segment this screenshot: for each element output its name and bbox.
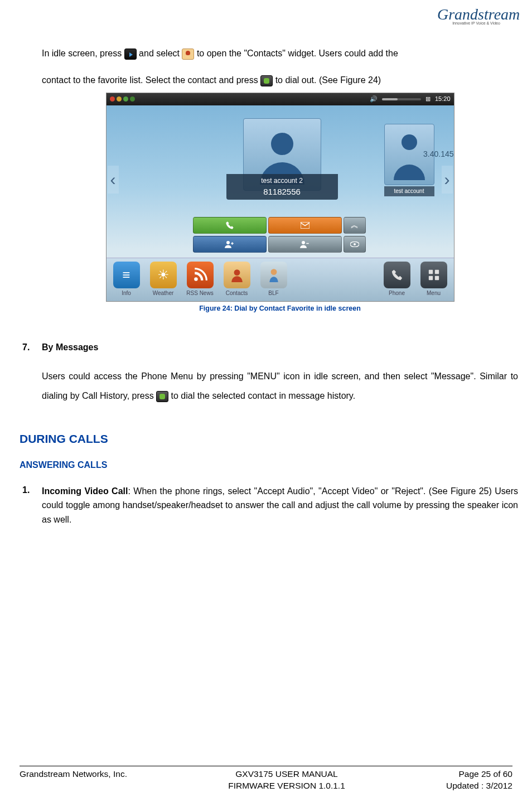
svg-rect-11 <box>434 276 438 280</box>
dock-right: Phone Menu <box>380 262 451 297</box>
list-para: Users could access the Phone Menu by pre… <box>42 366 518 405</box>
menu-app-icon <box>420 262 447 288</box>
status-dots <box>110 96 135 102</box>
dock-item-contacts[interactable]: Contacts <box>220 262 254 297</box>
svg-rect-9 <box>434 270 438 274</box>
updated-date: Updated : 3/2012 <box>446 780 512 792</box>
phone-icon <box>225 221 234 230</box>
menu-icon <box>124 49 137 60</box>
dock-item-weather[interactable]: ☀ Weather <box>147 262 180 297</box>
call-button[interactable] <box>193 217 267 234</box>
brand-logo: Grandstream Innovative IP Voice & Video <box>437 6 515 36</box>
dock-item-blf[interactable]: BLF <box>257 262 291 297</box>
contact-number: 81182556 <box>229 186 336 197</box>
dock-label: RSS News <box>183 289 217 297</box>
person-minus-icon <box>300 240 310 248</box>
svg-point-1 <box>226 241 230 244</box>
status-dot <box>130 96 135 102</box>
heading-answering-calls: ANSWERING CALLS <box>20 459 518 471</box>
person-plus-icon <box>225 240 235 248</box>
svg-point-5 <box>194 278 198 282</box>
svg-point-4 <box>354 243 356 245</box>
contact-info: test account 2 81182556 <box>226 174 338 200</box>
svg-rect-10 <box>428 276 432 280</box>
info-icon: ≡ <box>113 262 140 288</box>
text-span: to open the "Contacts" widget. Users cou… <box>197 49 398 58</box>
dock-label: Phone <box>380 289 414 297</box>
status-dot <box>117 96 122 102</box>
list-item-1: 1. Incoming Video Call: When the phone r… <box>22 484 518 527</box>
status-right: 🔊 ⊞ 15:20 <box>370 95 451 103</box>
rss-icon <box>187 262 214 288</box>
svg-point-2 <box>302 241 305 244</box>
speaker-icon: 🔊 <box>370 95 378 103</box>
figure-caption: Figure 24: Dial by Contact Favorite in i… <box>42 304 518 314</box>
contacts-icon <box>182 49 194 60</box>
contact-card-main[interactable]: test account 2 81182556 <box>199 118 366 216</box>
dock-label: Weather <box>147 289 180 297</box>
dock-label: Menu <box>417 289 451 297</box>
paragraph-2: contact to the favorite list. Select the… <box>42 74 518 86</box>
view-button[interactable] <box>344 236 366 253</box>
paragraph-1: In idle screen, press and select to open… <box>42 47 518 60</box>
dock-label: Info <box>110 289 143 297</box>
network-icon: ⊞ <box>425 95 431 103</box>
add-contact-button[interactable] <box>193 236 267 253</box>
dock: ≡ Info ☀ Weather RSS News Contacts <box>107 258 454 301</box>
firmware-version: FIRMWARE VERSION 1.0.1.1 <box>228 780 345 792</box>
contact-name: test account 2 <box>229 176 336 186</box>
remove-contact-button[interactable] <box>268 236 342 253</box>
list-number: 1. <box>22 484 42 527</box>
page-content: In idle screen, press and select to open… <box>42 47 518 538</box>
status-bar: 🔊 ⊞ 15:20 <box>107 93 454 105</box>
action-row-2 <box>193 236 366 253</box>
list-number: 7. <box>22 341 42 405</box>
message-button[interactable] <box>268 217 342 234</box>
dock-item-rss[interactable]: RSS News <box>183 262 217 297</box>
text-span: to dial out. (See Figure 24) <box>275 75 381 85</box>
status-dot <box>123 96 128 102</box>
ip-label: 3.40.145 <box>423 149 454 160</box>
manual-title: GXV3175 USER MANUAL <box>228 768 345 780</box>
svg-point-6 <box>234 270 240 276</box>
dock-label: BLF <box>257 289 291 297</box>
svg-rect-8 <box>428 270 432 274</box>
text-span: to dial the selected contact in message … <box>171 391 356 400</box>
page-number: Page 25 of 60 <box>446 768 512 780</box>
list-item-7: 7. By Messages Users could access the Ph… <box>22 341 518 405</box>
dock-item-info[interactable]: ≡ Info <box>110 262 143 297</box>
dial-icon <box>156 391 168 402</box>
text-span: contact to the favorite list. Select the… <box>42 75 260 85</box>
company-name: Grandstream Networks, Inc. <box>20 768 127 780</box>
dial-icon <box>260 75 273 86</box>
dock-item-menu[interactable]: Menu <box>417 262 451 297</box>
figure-24-screenshot: 🔊 ⊞ 15:20 ‹ › test account 2 81182556 te… <box>106 93 454 302</box>
list-body: Incoming Video Call: When the phone ring… <box>42 484 518 527</box>
volume-slider[interactable] <box>382 98 421 100</box>
contacts-app-icon <box>224 262 250 288</box>
list-body: By Messages Users could access the Phone… <box>42 341 518 405</box>
status-dot <box>110 96 115 102</box>
dock-label: Contacts <box>220 289 254 297</box>
footer-left: Grandstream Networks, Inc. <box>20 768 127 792</box>
weather-icon: ☀ <box>150 262 177 288</box>
heading-during-calls: DURING CALLS <box>20 431 518 447</box>
svg-point-7 <box>270 269 277 275</box>
phone-app-icon <box>384 262 410 288</box>
collapse-button[interactable]: ︽ <box>344 217 366 234</box>
text-span: In idle screen, press <box>42 49 124 58</box>
item-title: Incoming Video Call <box>42 486 128 496</box>
blf-icon <box>260 262 287 288</box>
action-row-1: ︽ <box>193 217 366 234</box>
clock: 15:20 <box>435 95 451 103</box>
prev-arrow[interactable]: ‹ <box>108 166 119 194</box>
side-contact-label: test account <box>384 186 434 196</box>
footer-center: GXV3175 USER MANUAL FIRMWARE VERSION 1.0… <box>228 768 345 792</box>
dock-item-phone[interactable]: Phone <box>380 262 414 297</box>
next-arrow[interactable]: › <box>442 166 453 194</box>
page-footer: Grandstream Networks, Inc. GXV3175 USER … <box>20 766 512 792</box>
footer-right: Page 25 of 60 Updated : 3/2012 <box>446 768 512 792</box>
eye-icon <box>350 241 359 247</box>
text-span: and select <box>139 49 182 58</box>
mail-icon <box>301 222 309 229</box>
